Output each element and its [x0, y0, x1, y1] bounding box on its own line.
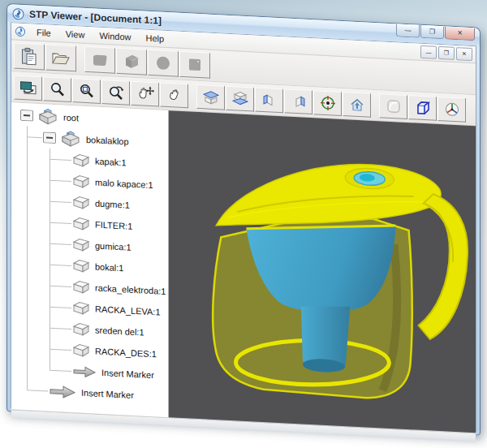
tree-item-label: kapak:1 [95, 157, 127, 168]
part-icon [72, 174, 90, 189]
part-icon [72, 300, 90, 316]
view-top-button[interactable] [196, 84, 225, 110]
assembly-icon [60, 129, 81, 148]
part-icon [72, 153, 90, 168]
solid-slab-icon [91, 52, 109, 67]
view-right-icon [291, 93, 306, 109]
zoom-window-icon [79, 82, 95, 99]
collapse-toggle-icon[interactable] [20, 110, 33, 122]
menu-window[interactable]: Window [92, 28, 138, 44]
zoom-window-button[interactable] [72, 78, 101, 104]
pan-hand-icon [136, 85, 154, 102]
menu-help[interactable]: Help [139, 31, 172, 45]
close-button[interactable]: ✕ [445, 26, 475, 41]
tree-item-label: bokalaklop [86, 135, 129, 147]
app-window: STP Viewer - [Document 1:1] — ❐ ✕ File V… [6, 3, 481, 436]
view-left-icon [262, 92, 277, 107]
tree-item-label: sreden del:1 [95, 325, 144, 338]
assembly-icon [37, 107, 58, 126]
render-wireframe-icon [415, 99, 431, 116]
tree-item-label: bokal:1 [95, 262, 123, 274]
home-view-icon [349, 97, 365, 112]
tree-item-label: RACKA_LEVA:1 [95, 304, 161, 317]
zoom-icon [50, 80, 66, 97]
mdi-close-button[interactable]: ✕ [456, 47, 472, 61]
solid-sphere-button[interactable] [148, 50, 179, 77]
maximize-button[interactable]: ❐ [420, 25, 444, 39]
tree-item-label: racka_elektroda:1 [95, 283, 166, 296]
solid-cube-button[interactable] [116, 48, 147, 75]
pitcher-model [169, 110, 476, 433]
menu-file[interactable]: File [29, 25, 58, 40]
capture-view-button[interactable] [14, 75, 42, 101]
solid-panel-icon [187, 56, 203, 73]
open-button[interactable] [45, 44, 76, 71]
view-left-button[interactable] [255, 87, 283, 113]
marker-arrow-icon [49, 384, 76, 399]
pan-button[interactable] [131, 80, 159, 106]
tree-item-label: FILTER:1 [95, 220, 132, 231]
part-icon [72, 342, 90, 358]
menu-view[interactable]: View [58, 27, 93, 41]
tree-item-label: root [63, 113, 79, 123]
part-icon [72, 321, 90, 337]
window-title: STP Viewer - [Document 1:1] [29, 8, 162, 26]
view-top-icon [203, 89, 219, 105]
tree-item-label: malo kapace:1 [95, 178, 153, 191]
render-shaded-icon [386, 97, 402, 114]
mdi-minimize-button[interactable]: — [420, 45, 437, 59]
render-wireframe-button[interactable] [408, 95, 437, 121]
client-area: File View Window Help — ❐ ✕ [11, 22, 476, 432]
part-icon [72, 216, 90, 231]
axes-ball-icon [444, 101, 460, 118]
app-icon [12, 7, 24, 20]
viewport-3d[interactable] [169, 110, 476, 433]
home-view-button[interactable] [343, 91, 371, 117]
zoom-rotate-button[interactable] [101, 79, 130, 105]
view-right-button[interactable] [284, 88, 312, 114]
view-bottom-button[interactable] [226, 85, 254, 111]
marker-arrow-icon [72, 365, 97, 379]
paste-button[interactable] [14, 42, 45, 70]
view-bottom-icon [232, 91, 248, 106]
solid-cube-icon [123, 53, 140, 70]
rotate-view-button[interactable] [160, 82, 188, 108]
part-icon [72, 195, 90, 210]
render-shaded-button[interactable] [379, 93, 407, 119]
tree-item-label: RACKA_DES:1 [95, 347, 157, 360]
rotate-hand-icon [166, 86, 183, 103]
orbit-button[interactable] [313, 90, 342, 116]
tree-item-label: gumica:1 [95, 241, 131, 252]
capture-view-icon [19, 80, 37, 95]
part-icon [72, 279, 90, 295]
orbit-target-icon [320, 94, 336, 111]
document-icon[interactable] [15, 26, 26, 38]
solid-panel-button[interactable] [179, 51, 210, 79]
tree-item-label: dugme:1 [95, 199, 130, 210]
collapse-toggle-icon[interactable] [43, 131, 56, 144]
model-tree-panel: root [11, 102, 169, 417]
paste-icon [21, 47, 37, 66]
pitcher-handle [419, 193, 468, 341]
axes-button[interactable] [437, 96, 466, 122]
part-icon [72, 258, 90, 274]
part-icon [72, 237, 90, 252]
solid-sphere-icon [155, 54, 171, 71]
mdi-restore-button[interactable]: ❐ [438, 46, 455, 60]
tree-item-label: Insert Marker [81, 388, 134, 400]
zoom-button[interactable] [43, 76, 71, 102]
zoom-rotate-icon [107, 84, 125, 101]
tree-item-label: Insert Marker [101, 368, 154, 380]
open-folder-icon [51, 50, 71, 66]
solid-slab-button[interactable] [84, 46, 115, 74]
minimize-button[interactable]: — [396, 24, 420, 37]
